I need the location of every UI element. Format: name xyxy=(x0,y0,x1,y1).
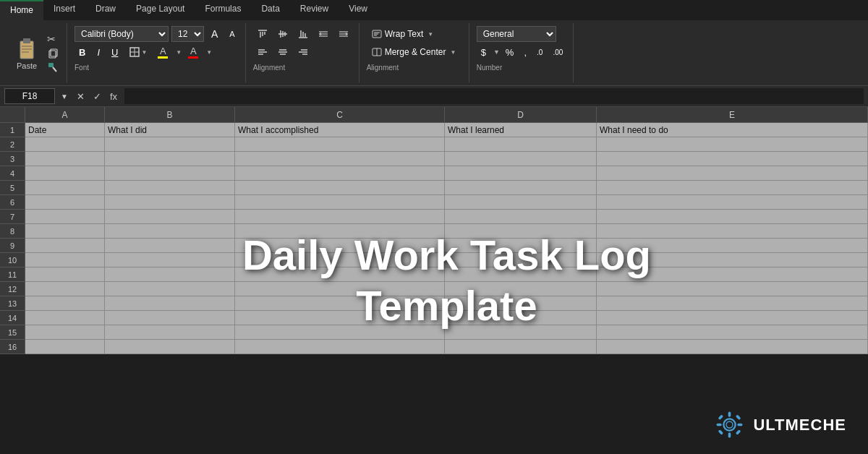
cell[interactable] xyxy=(105,210,235,224)
number-format-select[interactable]: General xyxy=(477,26,556,42)
cell[interactable] xyxy=(597,282,868,296)
decrease-decimal-button[interactable]: .0 xyxy=(532,44,547,60)
tab-draw[interactable]: Draw xyxy=(85,0,126,20)
insert-function-button[interactable]: fx xyxy=(107,90,120,103)
tab-insert[interactable]: Insert xyxy=(43,0,85,20)
col-header-a[interactable]: A xyxy=(25,107,105,123)
cell[interactable] xyxy=(445,282,597,296)
font-color-dropdown[interactable]: ▼ xyxy=(206,49,212,56)
cell[interactable] xyxy=(597,253,868,267)
tab-view[interactable]: View xyxy=(339,0,378,20)
cell[interactable] xyxy=(235,253,445,267)
cell[interactable] xyxy=(25,224,105,239)
italic-button[interactable]: I xyxy=(93,44,104,60)
cell[interactable] xyxy=(25,181,105,195)
cell[interactable] xyxy=(235,166,445,181)
cell[interactable] xyxy=(105,296,235,311)
cell[interactable] xyxy=(597,296,868,311)
cell[interactable] xyxy=(235,137,445,152)
cell[interactable] xyxy=(445,340,597,354)
cell[interactable] xyxy=(445,311,597,325)
cell[interactable] xyxy=(105,239,235,253)
increase-decimal-button[interactable]: .00 xyxy=(548,44,567,60)
cell[interactable] xyxy=(105,311,235,325)
cell[interactable] xyxy=(597,152,868,166)
decrease-font-button[interactable]: A xyxy=(225,26,239,42)
cell-d1[interactable]: What I learned xyxy=(445,123,597,137)
cell[interactable] xyxy=(445,253,597,267)
cell-b1[interactable]: What I did xyxy=(105,123,235,137)
cell[interactable] xyxy=(445,239,597,253)
cell[interactable] xyxy=(25,267,105,282)
cell[interactable] xyxy=(25,210,105,224)
cell[interactable] xyxy=(25,195,105,210)
cell[interactable] xyxy=(445,210,597,224)
align-right-button[interactable] xyxy=(294,44,312,60)
cell[interactable] xyxy=(105,195,235,210)
cell[interactable] xyxy=(25,311,105,325)
cell[interactable] xyxy=(235,282,445,296)
comma-button[interactable]: , xyxy=(519,44,531,60)
col-header-d[interactable]: D xyxy=(445,107,597,123)
cell[interactable] xyxy=(105,166,235,181)
cell[interactable] xyxy=(25,325,105,340)
tab-home[interactable]: Home xyxy=(0,0,43,20)
cell[interactable] xyxy=(445,152,597,166)
currency-button[interactable]: $ xyxy=(477,44,490,60)
cell[interactable] xyxy=(105,325,235,340)
cell[interactable] xyxy=(235,325,445,340)
format-painter-button[interactable] xyxy=(45,61,61,74)
cell[interactable] xyxy=(105,181,235,195)
cut-button[interactable]: ✂ xyxy=(45,32,61,45)
cell[interactable] xyxy=(235,224,445,239)
cell[interactable] xyxy=(25,239,105,253)
cell[interactable] xyxy=(597,195,868,210)
cell[interactable] xyxy=(235,152,445,166)
cell[interactable] xyxy=(235,267,445,282)
cell[interactable] xyxy=(235,181,445,195)
tab-review[interactable]: Review xyxy=(290,0,339,20)
cell[interactable] xyxy=(25,296,105,311)
cell[interactable] xyxy=(25,282,105,296)
cell[interactable] xyxy=(235,296,445,311)
confirm-formula-button[interactable]: ✓ xyxy=(90,90,104,103)
align-middle-button[interactable] xyxy=(273,26,292,42)
cell[interactable] xyxy=(25,166,105,181)
increase-font-button[interactable]: A xyxy=(207,26,222,42)
col-header-b[interactable]: B xyxy=(105,107,235,123)
name-box-dropdown[interactable]: ▼ xyxy=(59,93,69,100)
cell[interactable] xyxy=(445,267,597,282)
col-header-c[interactable]: C xyxy=(235,107,445,123)
underline-button[interactable]: U xyxy=(107,44,122,60)
cell[interactable] xyxy=(597,267,868,282)
cell[interactable] xyxy=(105,224,235,239)
cell[interactable] xyxy=(597,137,868,152)
percent-button[interactable]: % xyxy=(501,44,519,60)
cell[interactable] xyxy=(25,253,105,267)
cell-e1[interactable]: What I need to do xyxy=(597,123,868,137)
cell[interactable] xyxy=(597,340,868,354)
cell[interactable] xyxy=(445,296,597,311)
border-button[interactable]: ▼ xyxy=(125,44,151,60)
cell[interactable] xyxy=(597,224,868,239)
cell[interactable] xyxy=(597,325,868,340)
currency-dropdown[interactable]: ▼ xyxy=(493,48,500,56)
font-family-select[interactable]: Calibri (Body) xyxy=(75,26,169,42)
align-center-button[interactable] xyxy=(273,44,292,60)
cell[interactable] xyxy=(597,311,868,325)
fill-color-button[interactable]: A xyxy=(154,44,171,60)
cell[interactable] xyxy=(445,325,597,340)
cell[interactable] xyxy=(105,340,235,354)
formula-input[interactable] xyxy=(124,88,864,104)
cell[interactable] xyxy=(105,267,235,282)
cell[interactable] xyxy=(105,253,235,267)
align-top-button[interactable] xyxy=(253,26,272,42)
font-size-select[interactable]: 12 xyxy=(171,26,204,42)
cell[interactable] xyxy=(235,340,445,354)
cell[interactable] xyxy=(597,166,868,181)
indent-decrease-button[interactable] xyxy=(314,26,333,42)
copy-button[interactable] xyxy=(45,46,61,59)
col-header-e[interactable]: E xyxy=(597,107,868,123)
cell[interactable] xyxy=(235,195,445,210)
paste-button[interactable]: Paste xyxy=(12,26,42,80)
